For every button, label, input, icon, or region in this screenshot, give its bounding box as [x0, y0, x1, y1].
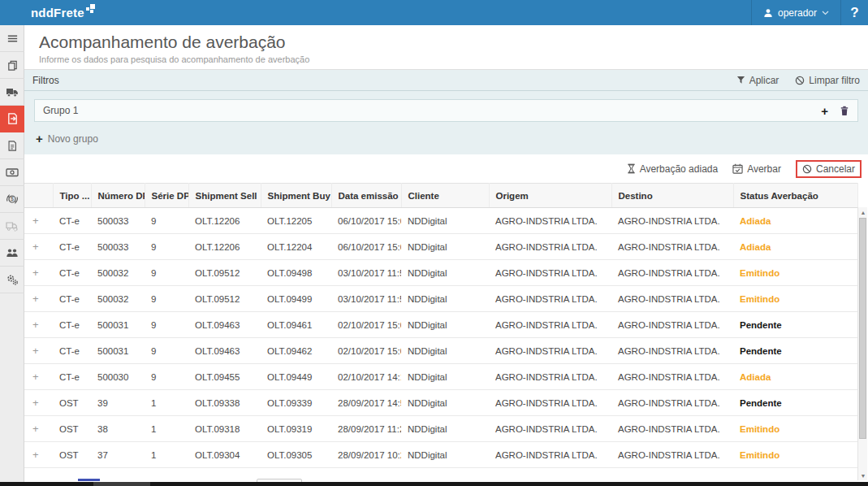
column-header-10[interactable]: Status Averbação — [733, 184, 858, 208]
top-bar: nddFrete operador ? — [0, 0, 868, 25]
delete-group-button[interactable] — [840, 106, 849, 116]
row-expand-button[interactable]: + — [24, 286, 53, 312]
apply-filter-button[interactable]: Aplicar — [736, 75, 779, 86]
document-export-icon — [6, 112, 19, 125]
cell-status: Emitindo — [733, 260, 858, 286]
filters-header: Filtros Aplicar Limpar filtro — [24, 70, 868, 91]
cell-tipo: CT-e — [53, 364, 91, 390]
sidebar-item-menu[interactable] — [0, 25, 24, 52]
cell-cliente: NDDigital — [401, 442, 489, 468]
row-expand-button[interactable]: + — [24, 442, 53, 468]
clear-filter-button[interactable]: Limpar filtro — [795, 75, 860, 86]
horizontal-scrollbar-thumb[interactable] — [93, 482, 150, 486]
cell-cliente: NDDigital — [401, 234, 489, 260]
cell-numero: 500031 — [91, 312, 145, 338]
cell-serie: 9 — [145, 234, 188, 260]
cell-cliente: NDDigital — [401, 208, 489, 234]
cell-tipo: CT-e — [53, 234, 91, 260]
column-header-9[interactable]: Destino — [611, 184, 733, 208]
row-expand-button[interactable]: + — [24, 260, 53, 286]
column-header-0[interactable] — [24, 184, 53, 208]
scroll-down-arrow[interactable]: ▼ — [858, 471, 868, 480]
cell-emissao: 06/10/2017 15:07 — [331, 234, 401, 260]
row-expand-button[interactable]: + — [24, 416, 53, 442]
add-condition-button[interactable]: + — [821, 105, 828, 117]
filter-group-panel[interactable]: Grupo 1 + — [34, 99, 858, 122]
sidebar-item-users[interactable] — [0, 240, 24, 267]
table-row[interactable]: +CT-e5000309OLT.09455OLT.0944902/10/2017… — [24, 364, 858, 390]
row-expand-button[interactable]: + — [24, 234, 53, 260]
column-header-4[interactable]: Shipment Sell — [188, 184, 261, 208]
row-expand-button[interactable]: + — [24, 338, 53, 364]
table-row[interactable]: +CT-e5000319OLT.09463OLT.0946202/10/2017… — [24, 338, 858, 364]
chevron-down-icon — [822, 11, 829, 15]
column-header-2[interactable]: Número DPS — [91, 184, 145, 208]
endorse-button[interactable]: Averbar — [732, 163, 781, 175]
user-menu-button[interactable]: operador — [751, 0, 840, 25]
column-header-8[interactable]: Origem — [489, 184, 611, 208]
brand-text: nddFrete — [31, 6, 84, 20]
cell-status: Pendente — [733, 338, 858, 364]
clear-filter-label: Limpar filtro — [809, 75, 860, 86]
table-row[interactable]: +CT-e5000329OLT.09512OLT.0949803/10/2017… — [24, 260, 858, 286]
sidebar-item-fleet[interactable] — [0, 213, 24, 240]
cancel-button[interactable]: Cancelar — [802, 163, 855, 175]
row-expand-button[interactable]: + — [24, 390, 53, 416]
cell-serie: 1 — [145, 442, 188, 468]
banknote-icon — [6, 167, 19, 178]
column-header-1[interactable]: Tipo ... — [53, 184, 91, 208]
row-expand-button[interactable]: + — [24, 364, 53, 390]
table-row[interactable]: +CT-e5000319OLT.09463OLT.0946102/10/2017… — [24, 312, 858, 338]
apply-filter-label: Aplicar — [749, 75, 779, 86]
table-row[interactable]: +OST371OLT.09304OLT.0930528/09/2017 10:2… — [24, 442, 858, 468]
topbar-right: operador ? — [751, 0, 868, 25]
row-expand-button[interactable]: + — [24, 208, 53, 234]
column-header-3[interactable]: Série DPS — [145, 184, 188, 208]
cell-buy: OLT.09498 — [261, 260, 331, 286]
table-row[interactable]: +CT-e5000339OLT.12206OLT.1220406/10/2017… — [24, 234, 858, 260]
cell-destino: AGRO-INDSTRIA LTDA. — [611, 234, 733, 260]
cell-sell: OLT.09463 — [188, 312, 261, 338]
table-scrollbar[interactable]: ▲ ▼ — [857, 207, 867, 480]
gears-icon — [6, 273, 19, 286]
table-row[interactable]: +CT-e5000339OLT.12206OLT.1220506/10/2017… — [24, 208, 858, 234]
sidebar-item-billing[interactable] — [0, 159, 24, 186]
copy-pages-icon — [6, 59, 19, 72]
cell-serie: 9 — [145, 338, 188, 364]
table-row[interactable]: +OST381OLT.09318OLT.0931928/09/2017 11:2… — [24, 416, 858, 442]
page-subtitle: Informe os dados para pesquisa do acompa… — [39, 54, 868, 64]
cell-status: Adiada — [733, 234, 858, 260]
cell-destino: AGRO-INDSTRIA LTDA. — [611, 260, 733, 286]
horizontal-scrollbar[interactable] — [0, 482, 868, 486]
table-row[interactable]: +OST391OLT.09338OLT.0933928/09/2017 14:5… — [24, 390, 858, 416]
sidebar-item-documents[interactable] — [0, 132, 24, 159]
scroll-up-arrow[interactable]: ▲ — [858, 207, 868, 217]
cell-sell: OLT.09318 — [188, 416, 261, 442]
cell-destino: AGRO-INDSTRIA LTDA. — [611, 312, 733, 338]
cell-emissao: 28/09/2017 10:23 — [331, 442, 401, 468]
sidebar-item-endorsement[interactable] — [0, 106, 24, 132]
scrollbar-thumb[interactable] — [859, 218, 866, 439]
column-header-6[interactable]: Data emissão DPS — [331, 184, 401, 208]
column-header-7[interactable]: Cliente — [401, 184, 489, 208]
cell-serie: 1 — [145, 416, 188, 442]
cell-tipo: CT-e — [53, 286, 91, 312]
cell-buy: OLT.09461 — [261, 312, 331, 338]
new-group-button[interactable]: + Novo grupo — [36, 132, 98, 145]
sidebar-item-payments[interactable]: $ — [0, 186, 24, 213]
table-row[interactable]: +CT-e5000329OLT.09512OLT.0949903/10/2017… — [24, 286, 858, 312]
filter-group-name: Grupo 1 — [43, 105, 78, 116]
cell-emissao: 03/10/2017 11:59 — [331, 260, 401, 286]
cell-tipo: CT-e — [53, 260, 91, 286]
sidebar-item-settings[interactable] — [0, 267, 24, 293]
current-page-indicator[interactable] — [78, 479, 100, 481]
postpone-endorsement-button[interactable]: Averbação adiada — [627, 163, 719, 175]
row-expand-button[interactable]: + — [24, 312, 53, 338]
help-button[interactable]: ? — [840, 0, 868, 25]
cell-cliente: NDDigital — [401, 286, 489, 312]
cell-numero: 500030 — [91, 364, 145, 390]
cell-cliente: NDDigital — [401, 260, 489, 286]
sidebar-item-transport[interactable] — [0, 79, 24, 106]
column-header-5[interactable]: Shipment Buy — [261, 184, 331, 208]
sidebar-item-copies[interactable] — [0, 52, 24, 79]
